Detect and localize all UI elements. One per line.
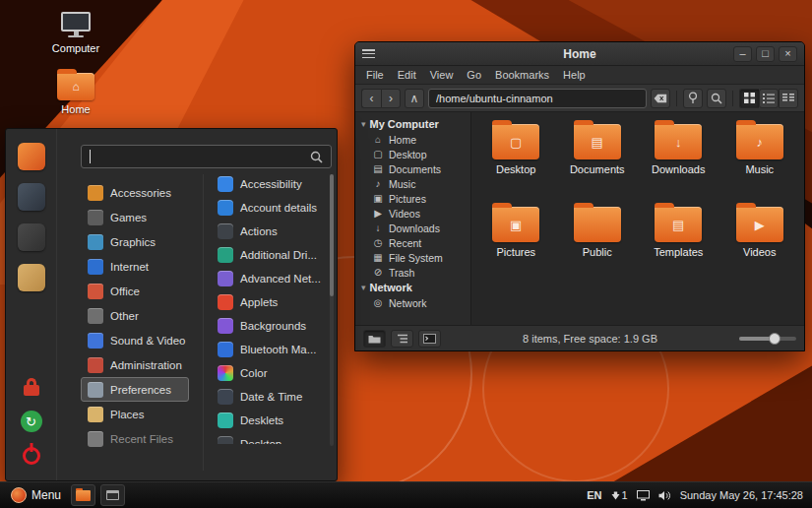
display-applet[interactable] [637,490,650,501]
menubar-item[interactable]: Go [460,69,488,81]
file-item[interactable]: ↓ Downloads [639,124,718,207]
sidebar-item[interactable]: ↓ Downloads [355,221,470,235]
application-item[interactable]: Bluetooth Ma... [211,338,329,361]
clear-path-button[interactable] [651,89,670,108]
application-item[interactable]: Additional Dri... [211,243,329,267]
close-button[interactable]: × [779,46,797,62]
logout-icon: ↻ [21,411,42,432]
path-input[interactable] [428,89,647,108]
files-grid: ▢ Desktop ▤ Documents ↓ [471,112,804,325]
logout-button[interactable]: ↻ [19,409,44,434]
forward-button[interactable]: › [381,89,401,108]
sidebar-item[interactable]: ◎ Network [355,295,470,310]
favorites-list [18,143,45,291]
show-terminal-button[interactable] [418,330,441,348]
category-item[interactable]: Internet [81,254,189,279]
desktop-icon-computer[interactable]: Computer [39,12,112,54]
keyboard-layout-indicator[interactable]: EN [587,489,601,501]
favorite-app-button[interactable] [18,264,45,291]
menubar-item[interactable]: Bookmarks [488,69,556,81]
favorite-app-button[interactable] [18,183,45,211]
panel-system-tray: EN 1 Sunday May 26, 17:45:28 [587,489,806,501]
application-item[interactable]: Applets [211,290,329,314]
category-item[interactable]: Preferences [81,377,189,402]
category-item[interactable]: Administration [81,352,189,377]
sidebar-item[interactable]: ▶ Videos [355,206,470,221]
lock-screen-button[interactable] [19,374,44,400]
menubar-item[interactable]: View [423,69,461,81]
titlebar[interactable]: Home – □ × [355,42,804,66]
sidebar-item[interactable]: ▦ File System [355,250,470,265]
category-item[interactable]: Other [81,303,189,328]
location-toggle-button[interactable] [683,89,703,108]
category-item[interactable]: Sound & Video [81,328,189,352]
show-places-button[interactable] [363,330,386,348]
category-icon [88,210,103,225]
file-item[interactable]: ▤ Documents [558,124,637,207]
category-item[interactable]: Recent Files [81,426,189,451]
sidebar-item[interactable]: ▢ Desktop [355,147,470,161]
file-item[interactable]: ▶ Videos [720,207,799,289]
sidebar-item[interactable]: ⌂ Home [355,132,470,147]
sidebar-item[interactable]: ▤ Documents [355,161,470,176]
category-item[interactable]: Places [81,402,189,426]
volume-applet[interactable] [658,490,671,501]
file-item[interactable]: ▤ Templates [639,207,718,289]
zoom-slider-knob[interactable] [769,333,781,345]
back-button[interactable]: ‹ [361,89,381,108]
favorite-app-button[interactable] [18,143,45,170]
application-item[interactable]: Advanced Net... [211,267,329,290]
up-button[interactable]: ∧ [405,89,424,108]
menubar-item[interactable]: File [359,69,391,81]
menu-scrollbar[interactable] [330,174,334,446]
category-item[interactable]: Graphics [81,229,189,254]
application-item[interactable]: Actions [211,220,329,243]
application-item[interactable]: Desklets [211,409,329,432]
category-label: Administration [110,359,182,371]
file-item[interactable]: ♪ Music [720,124,799,207]
application-item[interactable]: Backgrounds [211,314,329,338]
application-item[interactable]: Date & Time [211,385,329,409]
location-pin-icon [688,92,698,104]
compact-view-button[interactable] [779,89,798,108]
category-item[interactable]: Games [81,205,189,229]
show-treeview-button[interactable] [391,330,413,348]
sidebar-item[interactable]: ▣ Pictures [355,191,470,206]
window-controls: – □ × [733,46,797,62]
taskbar-window-app[interactable] [100,484,125,506]
panel-menu-button[interactable]: Menu [6,482,66,508]
application-item[interactable]: Desktop [211,432,329,444]
category-item[interactable]: Accessories [81,180,189,205]
sidebar-section-my-computer[interactable]: ▾ My Computer [355,116,470,132]
minimize-button[interactable]: – [733,46,752,62]
updates-applet[interactable]: 1 [611,489,628,501]
application-item[interactable]: Accessibility [211,172,329,196]
zoom-slider[interactable] [739,331,796,347]
category-item[interactable]: Office [81,279,189,303]
sidebar-section-network[interactable]: ▾ Network [355,280,470,295]
sidebar-item[interactable]: ♪ Music [355,176,470,191]
favorite-app-button[interactable] [18,223,45,251]
taskbar-window-files[interactable] [71,484,95,506]
icon-view-button[interactable] [739,89,759,108]
hamburger-menu-icon[interactable] [362,49,375,58]
maximize-button[interactable]: □ [756,46,775,62]
file-item[interactable]: ▢ Desktop [476,124,555,207]
file-item[interactable]: ▣ Pictures [476,207,555,289]
menu-search-input[interactable] [81,145,332,168]
shutdown-button[interactable] [19,443,44,469]
sidebar-item[interactable]: ◷ Recent [355,235,470,250]
sidebar-item-icon: ⌂ [372,134,384,145]
panel-clock[interactable]: Sunday May 26, 17:45:28 [680,489,803,501]
application-item[interactable]: Account details [211,196,329,220]
menubar-item[interactable]: Edit [391,69,423,81]
category-label: Accessories [110,187,171,199]
sidebar-item[interactable]: ⊘ Trash [355,265,470,280]
application-item[interactable]: Color [211,361,329,385]
file-item[interactable]: Public [558,207,637,289]
search-button[interactable] [707,89,726,108]
menubar-item[interactable]: Help [556,69,593,81]
statusbar-text: 8 items, Free space: 1.9 GB [446,333,734,345]
list-view-button[interactable] [759,89,779,108]
desktop-icon-home[interactable]: ⌂ Home [39,73,112,115]
